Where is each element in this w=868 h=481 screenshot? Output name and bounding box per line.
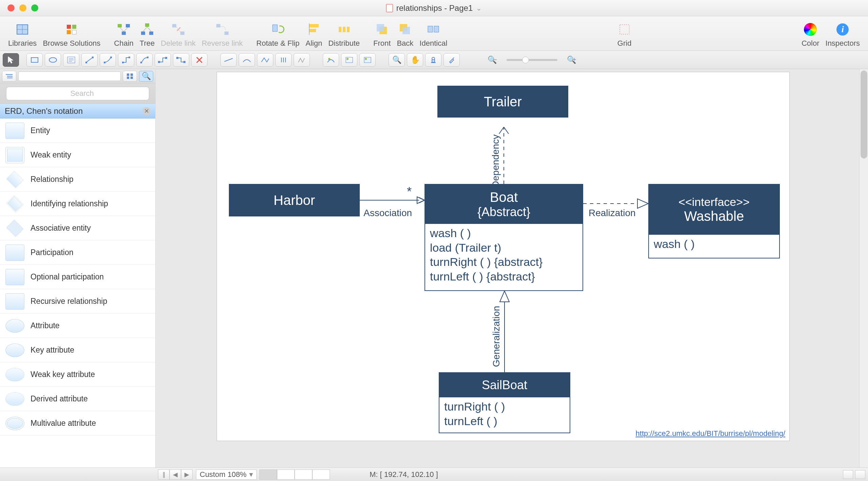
pointer-tool[interactable] xyxy=(3,53,19,67)
smart-tool-1[interactable] xyxy=(323,53,339,67)
sidebar-view-grid[interactable] xyxy=(123,71,137,82)
page-tabs xyxy=(259,469,330,480)
sidebar-item-relationship[interactable]: Relationship xyxy=(0,167,155,192)
main-toolbar: Libraries Browse Solutions Chain Tree De… xyxy=(0,16,868,51)
zoom-window-button[interactable] xyxy=(31,4,38,12)
sidebar-section-header[interactable]: ERD, Chen's notation ✕ xyxy=(0,104,155,119)
connector-tool-6[interactable] xyxy=(173,53,189,67)
hand-tool[interactable]: ✋ xyxy=(407,53,423,67)
browse-solutions-button[interactable]: Browse Solutions xyxy=(43,22,100,48)
back-button[interactable]: Back xyxy=(397,22,413,48)
sidebar-item-associative-entity[interactable]: Associative entity xyxy=(0,216,155,240)
sidebar-item-entity[interactable]: Entity xyxy=(0,119,155,143)
sidebar-search-input[interactable] xyxy=(6,87,149,100)
sidebar-item-attribute[interactable]: Attribute xyxy=(0,314,155,338)
sidebar-item-key-attribute[interactable]: Key attribute xyxy=(0,338,155,362)
canvas-scroll[interactable]: Trailer Harbor Boat {Abstract} wash ( ) … xyxy=(156,69,859,467)
zoom-readout[interactable]: Custom 108%▾ xyxy=(196,469,257,480)
svg-rect-43 xyxy=(140,62,142,63)
connector-tool-4[interactable] xyxy=(136,53,153,67)
sidebar-item-participation[interactable]: Participation xyxy=(0,240,155,265)
connector-tool-3[interactable] xyxy=(118,53,134,67)
svg-marker-74 xyxy=(637,199,648,208)
sidebar-item-optional-participation[interactable]: Optional participation xyxy=(0,265,155,289)
svg-point-54 xyxy=(328,58,330,60)
page-pause-button[interactable]: ∥ xyxy=(158,469,170,480)
svg-rect-31 xyxy=(434,26,439,32)
title-dropdown-icon[interactable]: ⌄ xyxy=(476,4,482,12)
connector-tool-5[interactable] xyxy=(155,53,171,67)
line-tool-1[interactable] xyxy=(220,53,237,67)
sidebar-shape-list: Entity Weak entity Relationship Identify… xyxy=(0,119,155,467)
sidebar-section-close-icon[interactable]: ✕ xyxy=(142,107,151,115)
scrollbar-thumb[interactable] xyxy=(861,70,867,159)
stamp-tool[interactable] xyxy=(425,53,441,67)
sidebar-item-recursive-relationship[interactable]: Recursive relationship xyxy=(0,289,155,314)
window-controls xyxy=(0,4,38,12)
svg-point-56 xyxy=(347,58,349,60)
inspectors-button[interactable]: iInspectors xyxy=(826,22,860,48)
close-window-button[interactable] xyxy=(7,4,15,12)
chain-button[interactable]: Chain xyxy=(114,22,133,48)
line-tool-3[interactable] xyxy=(257,53,273,67)
sidebar-item-weak-entity[interactable]: Weak entity xyxy=(0,143,155,167)
page-prev-button[interactable]: ◀ xyxy=(170,469,181,480)
page-tab-3[interactable] xyxy=(295,469,312,480)
label-association: Association xyxy=(363,208,412,218)
sidebar-search-toggle[interactable]: 🔍 xyxy=(139,71,153,82)
page-next-button[interactable]: ▶ xyxy=(181,469,193,480)
minimize-window-button[interactable] xyxy=(19,4,26,12)
sidebar-filter-input[interactable] xyxy=(18,71,121,81)
delete-tool[interactable] xyxy=(191,53,208,67)
vertical-scrollbar[interactable] xyxy=(859,69,868,467)
connector-tool-2[interactable] xyxy=(100,53,116,67)
line-tool-5[interactable] xyxy=(294,53,310,67)
zoom-tool[interactable]: 🔍 xyxy=(389,53,405,67)
zoom-slider[interactable] xyxy=(507,59,557,61)
ellipse-tool[interactable] xyxy=(45,53,61,67)
svg-line-16 xyxy=(177,27,180,31)
color-button[interactable]: Color xyxy=(802,22,820,48)
diagram-source-url[interactable]: http://sce2.umkc.edu/BIT/burrise/pl/mode… xyxy=(636,429,785,438)
bottom-right-button-2[interactable] xyxy=(855,470,865,479)
rotate-flip-button[interactable]: Rotate & Flip xyxy=(256,22,299,48)
svg-line-68 xyxy=(419,197,425,200)
tree-button[interactable]: Tree xyxy=(140,22,155,48)
eyedropper-tool[interactable] xyxy=(443,53,460,67)
front-button[interactable]: Front xyxy=(373,22,391,48)
distribute-button[interactable]: Distribute xyxy=(328,22,360,48)
svg-rect-57 xyxy=(364,57,371,63)
grid-button[interactable]: Grid xyxy=(617,22,632,48)
sidebar-top-strip: 🔍 xyxy=(0,69,155,83)
smart-tool-2[interactable] xyxy=(341,53,357,67)
sidebar-item-derived-attribute[interactable]: Derived attribute xyxy=(0,387,155,411)
rect-tool[interactable] xyxy=(26,53,43,67)
bottom-right-button-1[interactable] xyxy=(843,470,853,479)
zoom-out-button[interactable]: 🔍− xyxy=(484,53,500,67)
sidebar-item-weak-key-attribute[interactable]: Weak key attribute xyxy=(0,362,155,387)
page-tab-4[interactable] xyxy=(312,469,330,480)
smart-tool-3[interactable] xyxy=(359,53,376,67)
svg-rect-23 xyxy=(339,27,341,32)
zoom-slider-thumb[interactable] xyxy=(522,57,529,63)
text-tool[interactable] xyxy=(63,53,79,67)
svg-rect-25 xyxy=(347,27,350,32)
sidebar: 🔍 ERD, Chen's notation ✕ Entity Weak ent… xyxy=(0,69,156,467)
page-tab-2[interactable] xyxy=(277,469,295,480)
svg-rect-7 xyxy=(118,24,122,27)
line-tool-2[interactable] xyxy=(239,53,255,67)
align-button[interactable]: Align xyxy=(305,22,322,48)
line-tool-4[interactable] xyxy=(275,53,292,67)
zoom-in-button[interactable]: 🔍+ xyxy=(564,53,580,67)
svg-rect-64 xyxy=(127,77,129,79)
page-tab-1[interactable] xyxy=(259,469,277,480)
svg-rect-18 xyxy=(224,32,229,35)
sidebar-item-multivalue-attribute[interactable]: Multivalue attribute xyxy=(0,411,155,436)
connector-tool-1[interactable] xyxy=(81,53,98,67)
sidebar-view-tree[interactable] xyxy=(2,71,16,82)
identical-button[interactable]: Identical xyxy=(419,22,447,48)
libraries-button[interactable]: Libraries xyxy=(8,22,37,48)
svg-rect-47 xyxy=(176,57,178,59)
page-canvas[interactable]: Trailer Harbor Boat {Abstract} wash ( ) … xyxy=(217,72,790,441)
sidebar-item-identifying-relationship[interactable]: Identifying relationship xyxy=(0,192,155,216)
